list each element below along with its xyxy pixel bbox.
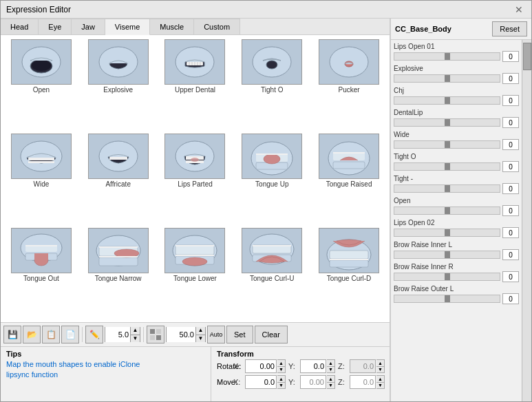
move-z-input[interactable] xyxy=(350,375,376,389)
move-x-input[interactable] xyxy=(245,375,277,389)
slider-explosive-track[interactable] xyxy=(394,74,500,83)
viseme-pucker[interactable]: Pucker xyxy=(311,38,387,131)
sliders-container: Lips Open 01 Explosive xyxy=(391,40,522,401)
value1-down[interactable]: ▼ xyxy=(130,335,140,343)
value1-input[interactable] xyxy=(105,327,130,342)
move-z-down[interactable]: ▼ xyxy=(376,382,385,390)
rotate-y-input[interactable] xyxy=(300,359,326,373)
slider-chj-track[interactable] xyxy=(394,96,500,105)
value2-down[interactable]: ▼ xyxy=(195,335,205,343)
viseme-tight-o[interactable]: Tight O xyxy=(234,38,310,131)
slider-chj: Chj xyxy=(394,87,519,106)
viseme-tongue-up[interactable]: Tongue Up xyxy=(234,132,310,225)
viseme-tongue-raised[interactable]: Tongue Raised xyxy=(311,132,387,225)
rotate-y-down[interactable]: ▼ xyxy=(327,366,335,374)
viseme-tongue-curl-d[interactable]: Tongue Curl-D xyxy=(311,226,387,319)
slider-brow-raise-inner-r-track[interactable] xyxy=(394,273,500,281)
slider-brow-raise-outer-l-value[interactable] xyxy=(502,293,519,304)
slider-brow-raise-outer-l-track[interactable] xyxy=(394,295,500,303)
value1-up[interactable]: ▲ xyxy=(130,327,140,335)
viseme-lips-parted[interactable]: Lips Parted xyxy=(158,132,233,225)
viseme-tongue-curl-u[interactable]: Tongue Curl-U xyxy=(234,226,310,319)
slider-wide-track[interactable] xyxy=(394,140,500,149)
right-panel-title: CC_Base_Body xyxy=(395,25,451,33)
slider-tight-track[interactable] xyxy=(394,184,500,193)
open-button[interactable]: 📂 xyxy=(23,326,41,343)
move-y-input[interactable] xyxy=(300,375,326,389)
rotate-z-down[interactable]: ▼ xyxy=(376,366,385,374)
slider-explosive-value[interactable] xyxy=(502,73,519,84)
slider-lips-open-02-value[interactable] xyxy=(502,227,519,238)
tab-eye[interactable]: Eye xyxy=(39,19,72,34)
tab-viseme[interactable]: Viseme xyxy=(105,19,150,35)
viseme-tongue-narrow[interactable]: Tongue Narrow xyxy=(81,226,156,319)
slider-lips-open-01: Lips Open 01 xyxy=(394,43,519,62)
move-label: Move: xyxy=(217,378,231,386)
viseme-open[interactable]: Open xyxy=(3,38,79,131)
slider-wide: Wide xyxy=(394,131,519,150)
slider-brow-raise-inner-r: Brow Raise Inner R xyxy=(394,263,519,282)
viseme-tongue-lower[interactable]: Tongue Lower xyxy=(158,226,233,319)
copy-button[interactable]: 📋 xyxy=(42,326,60,343)
viseme-grid: Open Explosive xyxy=(1,35,390,322)
slider-tight-o-value[interactable] xyxy=(502,161,519,172)
move-x-down[interactable]: ▼ xyxy=(277,382,286,390)
tab-head[interactable]: Head xyxy=(1,19,39,34)
slider-tight-value[interactable] xyxy=(502,183,519,194)
svg-rect-69 xyxy=(156,335,161,340)
rotate-x-input[interactable] xyxy=(245,359,277,373)
slider-wide-value[interactable] xyxy=(502,139,519,150)
value2-input[interactable] xyxy=(167,327,195,342)
set-button[interactable]: Set xyxy=(226,326,253,343)
rotate-z-up[interactable]: ▲ xyxy=(376,359,385,366)
move-x-group: X: ▲ ▼ xyxy=(233,375,286,389)
move-y-down[interactable]: ▼ xyxy=(327,382,335,390)
scrollbar-thumb[interactable] xyxy=(523,43,531,70)
clear-button[interactable]: Clear xyxy=(255,326,288,343)
slider-lips-open-01-track[interactable] xyxy=(394,52,500,61)
edit-button[interactable]: ✏️ xyxy=(85,326,103,343)
rotate-y-up[interactable]: ▲ xyxy=(327,359,335,366)
move-x-up[interactable]: ▲ xyxy=(277,375,286,382)
viseme-affricate[interactable]: Affricate xyxy=(81,132,156,225)
viseme-tongue-out-label: Tongue Out xyxy=(23,275,59,282)
slider-brow-raise-inner-r-value[interactable] xyxy=(502,271,519,282)
viseme-tongue-out[interactable]: Tongue Out xyxy=(3,226,79,319)
tab-custom[interactable]: Custom xyxy=(194,19,240,34)
rotate-x-down[interactable]: ▼ xyxy=(277,366,286,374)
slider-open-value[interactable] xyxy=(502,205,519,216)
slider-dentallip: DentalLip xyxy=(394,109,519,128)
slider-lips-open-02-track[interactable] xyxy=(394,229,500,237)
slider-brow-raise-inner-l-value[interactable] xyxy=(502,249,519,260)
move-z-group: Z: ▲ ▼ xyxy=(338,375,385,389)
viseme-tongue-curl-d-label: Tongue Curl-D xyxy=(327,275,371,282)
viseme-wide-label: Wide xyxy=(34,180,50,188)
slider-open-track[interactable] xyxy=(394,207,500,215)
svg-point-37 xyxy=(264,154,280,164)
reset-button[interactable]: Reset xyxy=(492,21,527,36)
slider-brow-raise-inner-l-track[interactable] xyxy=(394,251,500,259)
slider-tight-o-track[interactable] xyxy=(394,162,500,171)
slider-dentallip-track[interactable] xyxy=(394,118,500,127)
slider-tight-name: Tight - xyxy=(394,175,519,182)
slider-brow-raise-outer-l-name: Brow Raise Outer L xyxy=(394,285,519,293)
save-button[interactable]: 💾 xyxy=(3,326,21,343)
viseme-explosive[interactable]: Explosive xyxy=(81,38,156,131)
main-content: Head Eye Jaw Viseme Muscle Custom xyxy=(1,19,531,401)
rotate-x-up[interactable]: ▲ xyxy=(277,359,286,366)
rotate-z-input[interactable] xyxy=(350,359,376,373)
viseme-wide[interactable]: Wide xyxy=(3,132,79,225)
tips-content: Map the mouth shapes to enable iClonelip… xyxy=(6,359,205,381)
slider-lips-open-01-value[interactable] xyxy=(502,51,519,62)
move-y-up[interactable]: ▲ xyxy=(327,375,335,382)
value2-up[interactable]: ▲ xyxy=(195,327,205,335)
close-button[interactable]: ✕ xyxy=(512,4,526,15)
tab-muscle[interactable]: Muscle xyxy=(150,19,194,34)
slider-dentallip-value[interactable] xyxy=(502,117,519,128)
paste-button[interactable]: 📄 xyxy=(61,326,79,343)
right-panel-scrollbar[interactable] xyxy=(522,40,531,401)
slider-chj-value[interactable] xyxy=(502,95,519,106)
move-z-up[interactable]: ▲ xyxy=(376,375,385,382)
viseme-upper-dental[interactable]: Upper Dental xyxy=(158,38,233,131)
tab-jaw[interactable]: Jaw xyxy=(72,19,105,34)
